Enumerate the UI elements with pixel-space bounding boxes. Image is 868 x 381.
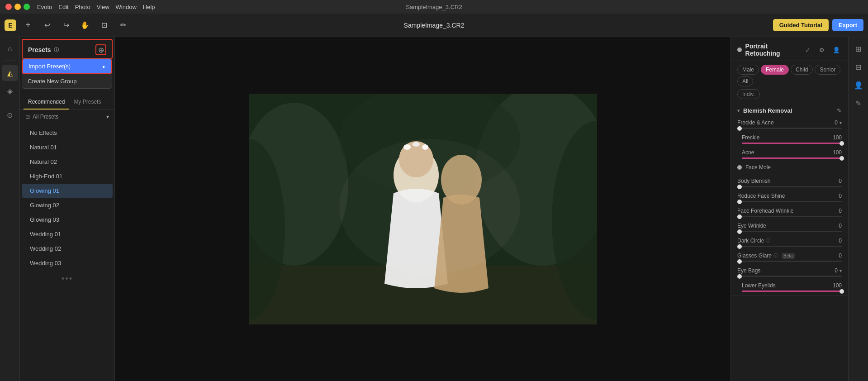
acne-thumb[interactable] — [840, 156, 844, 161]
right-sidebar-compare[interactable]: ⊞ — [850, 41, 867, 57]
right-sidebar-person[interactable]: 👤 — [850, 77, 867, 93]
minimize-button[interactable] — [14, 4, 21, 10]
menu-edit[interactable]: Edit — [58, 4, 68, 10]
filter-female[interactable]: Female — [761, 65, 789, 75]
menu-window[interactable]: Window — [116, 4, 137, 10]
freckle-track[interactable] — [742, 143, 842, 144]
preset-no-effects[interactable]: No Effects — [22, 126, 113, 140]
face-forehead-wrinkle-value: 0 — [839, 208, 842, 214]
reduce-face-shine-row: Reduce Face Shine 0 — [731, 191, 848, 206]
preset-natural-02[interactable]: Natural 02 — [22, 155, 113, 169]
settings-icon[interactable]: ⚙ — [816, 44, 827, 55]
maximize-button[interactable] — [24, 4, 30, 10]
export-button[interactable]: Export — [832, 19, 863, 31]
eye-bags-label: Eye Bags — [737, 267, 760, 274]
freckle-thumb[interactable] — [840, 141, 844, 146]
right-sidebar-edit[interactable]: ✎ — [850, 95, 867, 111]
blemish-removal-header[interactable]: ▾ Blemish Removal ✎ — [731, 103, 848, 118]
filter-buttons: Male Female Child Senior All — [731, 61, 848, 88]
freckle-acne-track[interactable] — [737, 128, 842, 129]
preset-glowing-03[interactable]: Glowing 03 — [22, 213, 113, 227]
icon-bar-separator-1 — [4, 61, 16, 61]
filter-icon-btn[interactable]: ◈ — [2, 83, 18, 99]
import-presets-button[interactable]: Import Preset(s) ▸ — [22, 58, 112, 74]
filter-senior[interactable]: Senior — [815, 65, 840, 75]
preset-wedding-01[interactable]: Wedding 01 — [22, 227, 113, 241]
blemish-removal-title-group: ▾ Blemish Removal — [737, 107, 792, 114]
filter-all[interactable]: All — [737, 76, 753, 86]
right-sidebar-layers[interactable]: ⊟ — [850, 59, 867, 75]
lower-eyelids-track[interactable] — [742, 291, 842, 292]
preset-tabs: Recommended My Presets — [20, 95, 114, 110]
acne-label: Acne — [742, 149, 754, 156]
close-button[interactable] — [5, 4, 12, 10]
lower-eyelids-thumb[interactable] — [840, 289, 844, 294]
preset-glowing-02[interactable]: Glowing 02 — [22, 198, 113, 212]
glasses-glare-beta-badge: Beta — [782, 253, 795, 259]
body-blemish-track[interactable] — [737, 186, 842, 187]
menu-help[interactable]: Help — [143, 4, 155, 10]
filter-indiv[interactable]: Indiv. — [737, 89, 760, 99]
acne-value: 100 — [833, 149, 842, 156]
filter-male[interactable]: Male — [737, 65, 759, 75]
eye-wrinkle-row: Eye Wrinkle 0 — [731, 221, 848, 236]
reduce-face-shine-thumb[interactable] — [737, 200, 742, 204]
dark-circle-value: 0 — [839, 238, 842, 244]
preset-glowing-01[interactable]: Glowing 01 — [22, 184, 113, 198]
dark-circle-info-icon[interactable]: ⓘ — [766, 238, 770, 244]
presets-icon-btn[interactable]: ◭ — [2, 65, 18, 81]
eye-wrinkle-thumb[interactable] — [737, 229, 742, 234]
face-forehead-wrinkle-thumb[interactable] — [737, 214, 742, 219]
person-icon[interactable]: 👤 — [831, 44, 842, 55]
dark-circle-track[interactable] — [737, 246, 842, 247]
acne-track[interactable] — [742, 157, 842, 159]
add-button[interactable]: + — [21, 18, 35, 33]
preset-all-filter[interactable]: ⊟ All Presets ▾ — [20, 110, 114, 124]
dark-circle-thumb[interactable] — [737, 244, 742, 249]
preset-natural-01[interactable]: Natural 01 — [22, 140, 113, 154]
create-new-group-button[interactable]: Create New Group — [22, 74, 112, 88]
body-blemish-thumb[interactable] — [737, 185, 742, 189]
freckle-acne-thumb[interactable] — [737, 126, 742, 131]
home-icon-btn[interactable]: ⌂ — [2, 41, 18, 57]
eye-wrinkle-track[interactable] — [737, 231, 842, 232]
eye-bags-dropdown-icon[interactable]: ▾ — [840, 268, 842, 273]
filter-child[interactable]: Child — [791, 65, 813, 75]
blemish-edit-icon[interactable]: ✎ — [837, 107, 842, 114]
reduce-face-shine-track[interactable] — [737, 201, 842, 202]
preset-wedding-02[interactable]: Wedding 02 — [22, 242, 113, 256]
body-blemish-label: Body Blemish — [737, 178, 770, 184]
expand-icon[interactable]: ⤢ — [802, 44, 813, 55]
eye-wrinkle-value: 0 — [839, 223, 842, 229]
history-icon-btn[interactable]: ⊙ — [2, 107, 18, 123]
presets-info-icon[interactable]: ⓘ — [54, 47, 59, 53]
body-blemish-value: 0 — [839, 178, 842, 184]
face-forehead-wrinkle-track[interactable] — [737, 216, 842, 217]
freckle-acne-dropdown-icon[interactable]: ▾ — [840, 120, 842, 125]
eye-bags-thumb[interactable] — [737, 274, 742, 279]
glasses-glare-track[interactable] — [737, 261, 842, 262]
crop-tool[interactable]: ⊡ — [97, 18, 111, 33]
preset-wedding-03[interactable]: Wedding 03 — [22, 256, 113, 270]
brush-tool[interactable]: ✏ — [116, 18, 130, 33]
face-mole-label: Face Mole — [737, 164, 771, 171]
menu-photo[interactable]: Photo — [75, 4, 90, 10]
guided-tutorial-button[interactable]: Guided Tutorial — [773, 19, 829, 31]
hand-tool[interactable]: ✋ — [78, 18, 92, 33]
right-panel-title-text: Portrait Retouching — [745, 43, 802, 57]
glasses-glare-thumb[interactable] — [737, 259, 742, 264]
redo-button[interactable]: ↪ — [59, 18, 73, 33]
filter-indiv-row: Indiv. — [731, 88, 848, 103]
menu-evoto[interactable]: Evoto — [37, 4, 52, 10]
tab-recommended[interactable]: Recommended — [24, 95, 69, 110]
glasses-glare-info-icon[interactable]: ⓘ — [773, 252, 778, 259]
undo-button[interactable]: ↩ — [40, 18, 54, 33]
face-mole-toggle[interactable] — [737, 165, 742, 170]
tab-my-presets[interactable]: My Presets — [69, 95, 105, 110]
presets-add-button[interactable]: ⊕ — [95, 44, 106, 55]
eye-wrinkle-label-row: Eye Wrinkle 0 — [737, 223, 842, 229]
preset-high-end-01[interactable]: High-End 01 — [22, 169, 113, 183]
eye-bags-track[interactable] — [737, 276, 842, 277]
menu-view[interactable]: View — [97, 4, 109, 10]
preset-filter-chevron: ▾ — [106, 114, 109, 120]
